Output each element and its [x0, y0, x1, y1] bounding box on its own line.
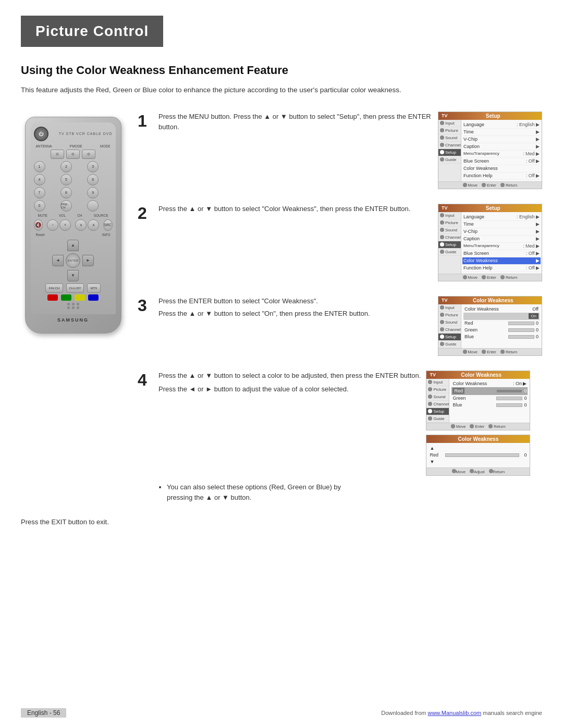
- btn-ch-list[interactable]: CH.LIST: [66, 283, 84, 293]
- top-buttons-row: ⊙ ⊙ ⊙: [34, 150, 113, 159]
- tv-label-1: TV: [442, 113, 448, 118]
- intro-text: This feature adjusts the Red, Green or B…: [21, 84, 542, 96]
- dpad-right[interactable]: ►: [82, 255, 94, 266]
- btn-8[interactable]: 8: [60, 187, 72, 199]
- footer-downloaded-text: Downloaded from: [381, 710, 426, 716]
- step-2-number: 2: [138, 205, 150, 221]
- source-button[interactable]: SRC: [103, 219, 113, 231]
- dpad-left[interactable]: ◄: [52, 255, 64, 266]
- sidebar-sound-3: Sound: [438, 319, 461, 326]
- btn-4[interactable]: 4: [34, 174, 45, 186]
- cw-label-weakness: Color Weakness: [464, 306, 499, 312]
- cw-bar-red-4: 0: [496, 388, 527, 393]
- footer-move-1: Move: [463, 183, 478, 188]
- tv-sidebar-1: Input Picture Sound Channel Setup Guide: [438, 120, 461, 181]
- btn-blue[interactable]: [88, 294, 99, 301]
- sidebar-channel-4: Channel: [426, 401, 449, 408]
- cw-track-green-4: [496, 397, 522, 400]
- tv-content-1: Language: English ▶ Time▶ V-Chip▶ Captio…: [461, 120, 542, 181]
- reset-info-row: Reset INFO: [36, 233, 111, 237]
- footer-move-3: Move: [463, 350, 478, 354]
- cw-val-blue-3: 0: [536, 334, 538, 339]
- btn-9[interactable]: 9: [87, 187, 99, 199]
- reset-label: Reset: [36, 233, 45, 237]
- step-3-number: 3: [138, 297, 150, 314]
- tv-label-4: TV: [430, 372, 436, 377]
- btn-green[interactable]: [61, 294, 71, 301]
- power-button[interactable]: ⏻: [34, 127, 48, 141]
- btn-7[interactable]: 7: [34, 187, 45, 199]
- cw-row-blue-3: Blue 0: [463, 334, 540, 340]
- tv-sidebar-2: Input Picture Sound Channel Setup Guide: [438, 212, 461, 274]
- btn-mode[interactable]: ⊙: [82, 150, 95, 159]
- dpad-up[interactable]: ▲: [67, 240, 79, 251]
- step-4: 4 Press the ▲ or ▼ button to select a co…: [138, 371, 542, 506]
- btn-2[interactable]: 2: [60, 161, 72, 172]
- footer-link[interactable]: www.Manualslib.com: [427, 710, 481, 716]
- btn-5[interactable]: 5: [60, 174, 72, 186]
- btn-0[interactable]: 0: [34, 200, 45, 212]
- sidebar-channel-2: Channel: [438, 234, 461, 241]
- ch-group: ∨ ∧: [75, 219, 99, 231]
- btn-yellow[interactable]: [75, 294, 85, 301]
- cw-bar-green-4: 0: [496, 396, 527, 401]
- tv-labels: TV STB VCR CABLE DVD: [59, 132, 113, 135]
- btn-antenna[interactable]: ⊙: [51, 150, 64, 159]
- cw-small-footer: Move Adjust Return: [426, 467, 530, 475]
- step-3-screen: TV Color Weakness Input Picture Sound Ch…: [438, 296, 542, 360]
- sidebar-guide-4: Guide: [426, 415, 449, 423]
- ch-down[interactable]: ∨: [75, 219, 87, 231]
- ch-up[interactable]: ∧: [88, 219, 99, 231]
- btn-6[interactable]: 6: [87, 174, 99, 186]
- tv-screen-5-header: Color Weakness: [426, 435, 530, 443]
- mute-button[interactable]: 🔇: [34, 219, 43, 231]
- btn-pmode[interactable]: ⊙: [66, 150, 80, 159]
- menu-caption-1: Caption▶: [463, 143, 540, 151]
- cw-row-blue-4: Blue 0: [451, 402, 528, 409]
- step-4-content: Press the ▲ or ▼ button to select a colo…: [158, 371, 530, 506]
- cw-on-box: On: [529, 313, 538, 319]
- cw-small-row-down: ▼: [430, 459, 527, 465]
- cw-row-red-3: Red 0: [463, 320, 540, 327]
- remote-top: ⏻ TV STB VCR CABLE DVD ANTENNA PMODE MOD…: [31, 122, 116, 314]
- enter-button[interactable]: ENTER: [66, 253, 80, 268]
- cw-bar-red-3: 0: [508, 320, 538, 326]
- step-4-text: Press the ▲ or ▼ button to select a colo…: [158, 371, 421, 398]
- exit-text: Press the EXIT button to exit.: [21, 518, 542, 526]
- tv-content-2: Language: English ▶ Time▶ V-Chip▶ Captio…: [461, 212, 542, 274]
- menu-functionhelp-2: Function Help: Off ▶: [463, 265, 540, 272]
- footer-enter-4: Enter: [470, 424, 484, 429]
- step-2: 2 Press the ▲ or ▼ button to select "Col…: [138, 204, 542, 286]
- step-3-header-row: Press the ENTER button to select "Color …: [158, 296, 542, 360]
- cw-track-red-4: [496, 389, 522, 393]
- sidebar-sound-1: Sound: [438, 134, 461, 142]
- btn-prech[interactable]: PRE-CH: [60, 200, 72, 212]
- cw-val-red-3: 0: [536, 320, 538, 326]
- vol-group: − +: [47, 219, 71, 231]
- pmode-label: PMODE: [70, 144, 82, 148]
- page-footer: English - 56 Downloaded from www.Manuals…: [21, 708, 542, 718]
- menu-language-1: Language: English ▶: [463, 121, 540, 129]
- brand-label: SAMSUNG: [31, 317, 116, 323]
- cw-val-blue-4: 0: [524, 402, 527, 408]
- section-title: Using the Color Weakness Enhancement Fea…: [21, 64, 542, 77]
- btn-3[interactable]: 3: [87, 161, 99, 172]
- btn-1[interactable]: 1: [34, 161, 45, 172]
- btn-extra[interactable]: [87, 200, 99, 212]
- dpad-down[interactable]: ▼: [67, 270, 79, 281]
- ch-label: CH: [77, 214, 82, 217]
- tv-footer-1: Move Enter Return: [438, 181, 542, 189]
- vol-down[interactable]: −: [47, 219, 58, 231]
- sidebar-guide-3: Guide: [438, 341, 461, 348]
- btn-fav-ch[interactable]: FAV.CH: [45, 283, 63, 293]
- btn-mts[interactable]: MTS: [87, 283, 101, 293]
- cw-row-green-4: Green 0: [451, 395, 528, 402]
- screen-4-title: Color Weakness: [461, 372, 501, 378]
- cw-row-weakness: Color Weakness Off: [463, 306, 540, 313]
- step-3-text-line2: Press the ▲ or ▼ button to select "On", …: [158, 309, 433, 319]
- footer-suffix: manuals search engine: [483, 710, 542, 716]
- footer-enter-2: Enter: [482, 275, 496, 280]
- vol-up[interactable]: +: [59, 219, 71, 231]
- btn-red[interactable]: [47, 294, 58, 301]
- mode-label: MODE: [100, 144, 111, 148]
